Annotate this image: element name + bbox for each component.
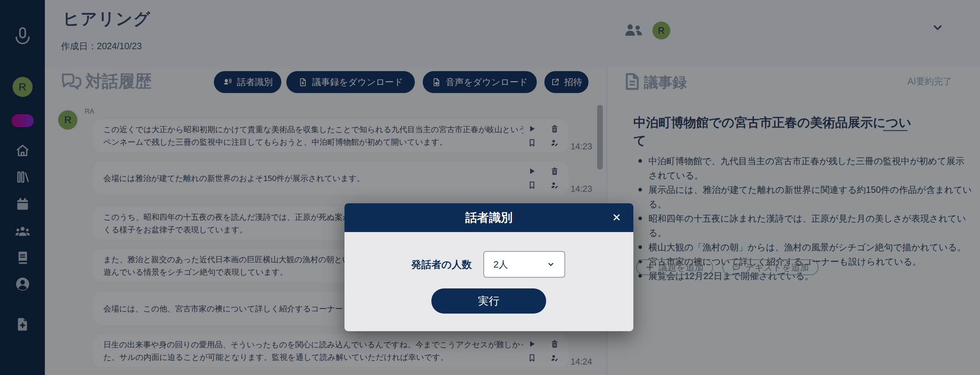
app-window: R — [0, 0, 980, 375]
close-icon[interactable]: ✕ — [612, 212, 621, 223]
execute-button[interactable]: 実行 — [431, 289, 546, 314]
modal-header: 話者識別 ✕ — [345, 203, 633, 232]
speaker-count-label: 発話者の人数 — [411, 258, 472, 271]
select-chevron-icon — [547, 260, 555, 269]
modal-title: 話者識別 — [465, 210, 513, 226]
speaker-identification-modal: 話者識別 ✕ 発話者の人数 2人 実行 — [345, 203, 633, 331]
speaker-count-select[interactable]: 2人 — [484, 251, 565, 278]
selected-option: 2人 — [493, 258, 508, 271]
